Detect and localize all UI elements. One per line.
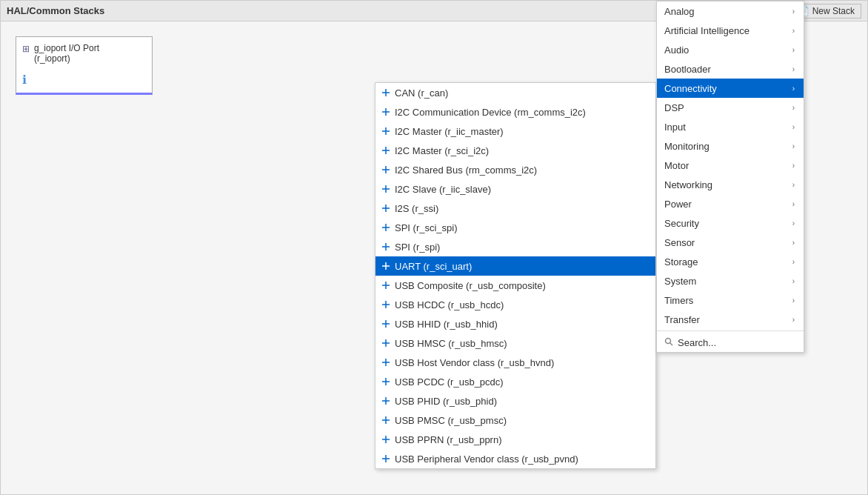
connectivity-item-icon: [381, 262, 390, 270]
component-info-icon[interactable]: ℹ: [22, 73, 146, 87]
component-card-header: ⊞ g_ioport I/O Port (r_ioport): [22, 43, 146, 64]
connectivity-item-label: USB HCDC (r_usb_hcdc): [395, 299, 504, 310]
connectivity-item-label: I2C Master (r_iic_master): [395, 126, 504, 137]
connectivity-item-usb-pcdc[interactable]: USB PCDC (r_usb_pcdc): [375, 372, 655, 391]
category-item-chevron: ›: [792, 84, 795, 93]
category-item-chevron: ›: [792, 239, 795, 247]
connectivity-item-icon: [381, 223, 390, 232]
connectivity-item-icon: [381, 204, 390, 213]
category-item-bootloader[interactable]: Bootloader›: [657, 59, 804, 79]
category-item-label: Analog: [664, 6, 694, 17]
connectivity-item-label: USB Peripheral Vendor class (r_usb_pvnd): [395, 454, 578, 465]
connectivity-item-label: SPI (r_spi): [395, 242, 440, 253]
connectivity-item-uart[interactable]: UART (r_sci_uart): [375, 256, 655, 276]
connectivity-item-usb-hcdc[interactable]: USB HCDC (r_usb_hcdc): [375, 295, 655, 314]
category-item-label: Security: [664, 218, 699, 229]
category-item-chevron: ›: [792, 181, 795, 189]
component-card: ⊞ g_ioport I/O Port (r_ioport) ℹ: [16, 36, 153, 95]
connectivity-item-icon: [381, 146, 390, 155]
category-item-label: Bootloader: [664, 64, 711, 75]
connectivity-item-icon: [381, 107, 390, 116]
connectivity-item-spi[interactable]: SPI (r_spi): [375, 237, 655, 256]
connectivity-item-icon: [381, 300, 390, 309]
category-item-chevron: ›: [792, 277, 795, 285]
category-item-label: Monitoring: [664, 141, 710, 152]
connectivity-item-can[interactable]: CAN (r_can): [375, 83, 655, 102]
category-item-chevron: ›: [792, 316, 795, 324]
connectivity-item-usb-phid[interactable]: USB PHID (r_usb_phid): [375, 391, 655, 411]
connectivity-item-usb-host-vendor[interactable]: USB Host Vendor class (r_usb_hvnd): [375, 353, 655, 372]
title-bar-left: HAL/Common Stacks: [7, 5, 104, 16]
connectivity-item-label: UART (r_sci_uart): [395, 261, 472, 272]
category-item-analog[interactable]: Analog›: [657, 1, 804, 21]
category-item-storage[interactable]: Storage›: [657, 252, 804, 271]
category-item-chevron: ›: [792, 296, 795, 305]
connectivity-item-label: USB PCDC (r_usb_pcdc): [395, 376, 504, 388]
component-details: g_ioport I/O Port (r_ioport): [34, 43, 99, 64]
category-item-system[interactable]: System›: [657, 271, 804, 290]
connectivity-item-usb-composite[interactable]: USB Composite (r_usb_composite): [375, 276, 655, 295]
category-item-artificial-intelligence[interactable]: Artificial Intelligence›: [657, 21, 804, 40]
category-item-label: Artificial Intelligence: [664, 25, 750, 36]
category-item-chevron: ›: [792, 123, 795, 131]
connectivity-item-spi-sci[interactable]: SPI (r_sci_spi): [375, 218, 655, 237]
category-search-item[interactable]: Search...: [657, 333, 804, 352]
category-item-label: Storage: [664, 256, 698, 268]
category-item-power[interactable]: Power›: [657, 194, 804, 213]
connectivity-item-i2c-master-sci[interactable]: I2C Master (r_sci_i2c): [375, 141, 655, 160]
category-item-chevron: ›: [792, 104, 795, 112]
category-item-connectivity[interactable]: Connectivity›: [657, 79, 804, 98]
category-item-chevron: ›: [792, 27, 795, 35]
category-item-chevron: ›: [792, 7, 795, 16]
category-item-label: Networking: [664, 179, 712, 190]
connectivity-item-usb-hmsc[interactable]: USB HMSC (r_usb_hmsc): [375, 333, 655, 353]
connectivity-item-icon: [381, 416, 390, 425]
connectivity-item-label: USB HMSC (r_usb_hmsc): [395, 338, 507, 349]
category-item-security[interactable]: Security›: [657, 213, 804, 233]
category-item-chevron: ›: [792, 162, 795, 170]
panel-title: HAL/Common Stacks: [7, 5, 104, 16]
connectivity-item-i2c-shared[interactable]: I2C Shared Bus (rm_comms_i2c): [375, 160, 655, 179]
category-item-chevron: ›: [792, 258, 795, 266]
connectivity-item-i2c-slave[interactable]: I2C Slave (r_iic_slave): [375, 179, 655, 199]
category-item-networking[interactable]: Networking›: [657, 175, 804, 194]
category-item-sensor[interactable]: Sensor›: [657, 233, 804, 252]
category-item-monitoring[interactable]: Monitoring›: [657, 136, 804, 156]
connectivity-item-icon: [381, 165, 390, 174]
connectivity-item-icon: [381, 435, 390, 444]
category-item-label: DSP: [664, 102, 684, 113]
category-item-transfer[interactable]: Transfer›: [657, 310, 804, 329]
category-menu-divider: [657, 330, 804, 331]
connectivity-item-i2c-comms[interactable]: I2C Communication Device (rm_comms_i2c): [375, 102, 655, 122]
connectivity-item-icon: [381, 319, 390, 328]
connectivity-item-usb-pmsc[interactable]: USB PMSC (r_usb_pmsc): [375, 411, 655, 430]
component-type-icon: ⊞: [22, 44, 30, 54]
connectivity-item-usb-pprn[interactable]: USB PPRN (r_usb_pprn): [375, 430, 655, 449]
category-item-dsp[interactable]: DSP›: [657, 98, 804, 117]
category-item-input[interactable]: Input›: [657, 117, 804, 136]
connectivity-item-label: USB HHID (r_usb_hhid): [395, 319, 498, 330]
category-item-label: Audio: [664, 44, 689, 56]
category-item-label: Transfer: [664, 314, 700, 325]
category-item-label: Motor: [664, 160, 689, 171]
connectivity-item-label: I2C Slave (r_iic_slave): [395, 184, 491, 195]
connectivity-item-icon: [381, 281, 390, 290]
connectivity-item-icon: [381, 185, 390, 193]
category-item-timers[interactable]: Timers›: [657, 290, 804, 310]
connectivity-item-label: I2C Communication Device (rm_comms_i2c): [395, 107, 586, 118]
connectivity-item-icon: [381, 88, 390, 97]
connectivity-item-usb-peripheral-vendor[interactable]: USB Peripheral Vendor class (r_usb_pvnd): [375, 449, 655, 468]
connectivity-item-i2s[interactable]: I2S (r_ssi): [375, 199, 655, 218]
category-item-chevron: ›: [792, 65, 795, 73]
search-icon: [664, 337, 673, 348]
category-item-chevron: ›: [792, 142, 795, 150]
connectivity-item-label: I2S (r_ssi): [395, 203, 438, 214]
main-panel: HAL/Common Stacks 📄 New Stack ⊞ g_ioport…: [0, 0, 868, 495]
category-item-motor[interactable]: Motor›: [657, 156, 804, 175]
category-search-label: Search...: [678, 337, 716, 348]
connectivity-item-usb-hhid[interactable]: USB HHID (r_usb_hhid): [375, 314, 655, 333]
menus-wrapper: CAN (r_can)I2C Communication Device (rm_…: [375, 82, 656, 469]
category-item-audio[interactable]: Audio›: [657, 40, 804, 59]
connectivity-item-i2c-master-iic[interactable]: I2C Master (r_iic_master): [375, 122, 655, 141]
svg-point-40: [666, 338, 671, 343]
